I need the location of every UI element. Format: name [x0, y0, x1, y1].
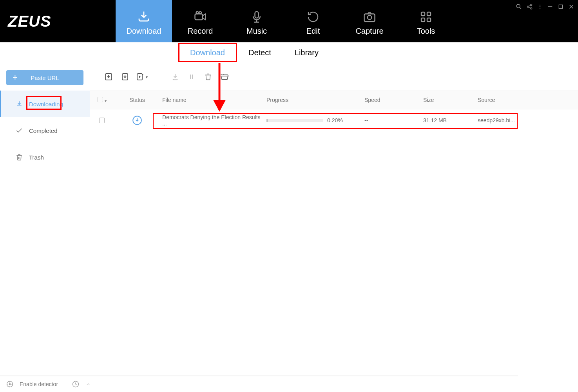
svg-point-15 — [540, 6, 540, 7]
progress-text: 0.20% — [327, 117, 343, 123]
sidebar-item-downloading[interactable]: Downloading — [0, 91, 90, 117]
toolbar: ▾ — [90, 63, 578, 91]
svg-rect-8 — [421, 18, 425, 22]
col-size[interactable]: Size — [423, 97, 476, 103]
row-source: seedp29xb.bi... — [476, 117, 578, 123]
col-source[interactable]: Source — [476, 97, 578, 103]
topnav-edit[interactable]: Edit — [285, 0, 341, 42]
open-folder-button[interactable] — [218, 70, 231, 83]
topnav-record[interactable]: Record — [172, 0, 228, 42]
detector-label[interactable]: Enable detector — [20, 381, 58, 387]
col-progress[interactable]: Progress — [266, 97, 364, 103]
svg-rect-17 — [559, 5, 562, 8]
topnav: Download Record Music — [116, 0, 454, 42]
topnav-music-label: Music — [246, 27, 267, 36]
svg-point-5 — [368, 15, 372, 20]
topnav-download-label: Download — [127, 27, 161, 36]
detector-icon[interactable] — [5, 380, 14, 388]
svg-point-14 — [540, 5, 540, 5]
download-icon — [137, 7, 151, 27]
row-size: 31.12 MB — [423, 117, 476, 123]
subtab-detect[interactable]: Detect — [237, 42, 283, 63]
window-controls — [515, 3, 575, 12]
more-icon[interactable] — [537, 3, 543, 12]
sidebar-completed-label: Completed — [29, 127, 58, 134]
row-speed: -- — [364, 117, 423, 123]
topnav-record-label: Record — [188, 27, 213, 36]
pause-button[interactable] — [185, 70, 198, 83]
sidebar-trash-label: Trash — [29, 154, 44, 161]
content: ▾ ▾ Status File name Progress Speed — [90, 63, 578, 376]
topnav-tools-label: Tools — [417, 27, 435, 36]
topnav-download[interactable]: Download — [116, 0, 172, 42]
subtab-library[interactable]: Library — [283, 42, 330, 63]
header-checkbox[interactable]: ▾ — [90, 97, 114, 103]
download-one-button[interactable] — [118, 70, 132, 83]
svg-point-10 — [516, 4, 520, 8]
trash-icon — [15, 153, 24, 161]
record-icon — [193, 7, 207, 27]
convert-button[interactable]: ▾ — [135, 70, 148, 83]
paste-url-label: Paste URL — [31, 74, 59, 81]
subtab-library-label: Library — [295, 48, 319, 57]
completed-icon — [15, 127, 24, 134]
resume-button[interactable] — [169, 70, 182, 83]
maximize-button[interactable] — [558, 4, 564, 11]
close-button[interactable] — [568, 3, 575, 12]
row-status-icon — [114, 115, 161, 125]
col-filename[interactable]: File name — [161, 97, 266, 103]
delete-button[interactable] — [201, 70, 215, 83]
tools-icon — [419, 7, 433, 27]
plus-icon: + — [13, 73, 18, 83]
sidebar: + Paste URL Downloading Completed Trash — [0, 63, 90, 376]
expand-up-icon[interactable] — [85, 382, 91, 387]
svg-rect-9 — [427, 18, 431, 22]
row-checkbox[interactable] — [90, 118, 114, 123]
share-icon[interactable] — [526, 3, 533, 12]
body: + Paste URL Downloading Completed Trash — [0, 63, 578, 376]
music-icon — [250, 7, 264, 27]
subtabs: Download Detect Library — [0, 42, 578, 63]
topnav-capture-label: Capture — [355, 27, 383, 36]
svg-point-25 — [9, 383, 10, 385]
subtab-download-label: Download — [190, 48, 225, 57]
downloading-icon — [15, 100, 24, 108]
svg-point-1 — [196, 11, 199, 14]
schedule-icon[interactable] — [71, 380, 80, 388]
app-logo: ZEUS — [0, 0, 116, 42]
topnav-tools[interactable]: Tools — [398, 0, 454, 42]
table-header: ▾ Status File name Progress Speed Size S… — [90, 91, 578, 109]
capture-icon — [362, 7, 377, 27]
col-speed[interactable]: Speed — [364, 97, 423, 103]
minimize-button[interactable] — [547, 3, 554, 12]
svg-rect-6 — [421, 12, 425, 16]
sidebar-item-completed[interactable]: Completed — [0, 117, 90, 144]
svg-point-2 — [199, 11, 201, 14]
statusbar: Enable detector — [0, 376, 518, 392]
col-status[interactable]: Status — [114, 97, 161, 103]
sidebar-item-trash[interactable]: Trash — [0, 144, 90, 171]
topbar: ZEUS Download Record — [0, 0, 578, 42]
svg-rect-7 — [427, 12, 431, 16]
paste-url-button[interactable]: + Paste URL — [6, 70, 83, 85]
subtab-download[interactable]: Download — [178, 42, 237, 63]
topnav-capture[interactable]: Capture — [341, 0, 398, 42]
subtab-detect-label: Detect — [248, 48, 271, 57]
chevron-down-icon: ▾ — [146, 75, 148, 79]
table-row[interactable]: Democrats Denying the Election Results .… — [90, 109, 578, 131]
batch-download-button[interactable] — [102, 70, 115, 83]
svg-rect-3 — [255, 11, 259, 18]
row-progress: 0.20% — [266, 117, 364, 123]
topnav-edit-label: Edit — [306, 27, 320, 36]
search-icon[interactable] — [515, 3, 522, 12]
row-filename: Democrats Denying the Election Results .… — [161, 114, 266, 127]
sidebar-downloading-label: Downloading — [29, 101, 63, 107]
svg-point-16 — [540, 8, 540, 9]
topnav-music[interactable]: Music — [228, 0, 285, 42]
progress-bar — [266, 119, 323, 122]
svg-rect-0 — [195, 14, 203, 20]
edit-icon — [306, 7, 320, 27]
